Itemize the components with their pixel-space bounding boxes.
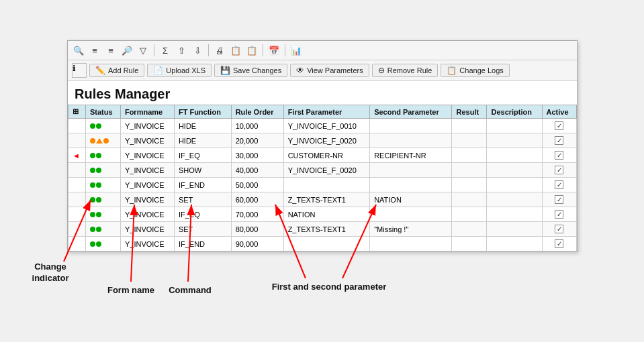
col-active[interactable]: Active — [542, 105, 576, 119]
row-description — [487, 237, 542, 251]
row-first-param: Y_INVOICE_F_0010 — [283, 119, 369, 133]
tb-icon-search[interactable]: 🔍 — [72, 44, 85, 57]
tb-icon-filter[interactable]: ▽ — [136, 44, 150, 57]
tb-icon-chart[interactable]: 📊 — [289, 44, 303, 57]
col-description[interactable]: Description — [487, 105, 542, 119]
tb-icon-copy[interactable]: 📋 — [229, 44, 242, 57]
add-rule-button[interactable]: ✏️ Add Rule — [89, 64, 144, 77]
annotation-first-second-param: First and second parameter — [255, 282, 403, 293]
table-row[interactable]: Y_INVOICEIF_END50,000 — [68, 178, 577, 192]
table-header: ⊞ Status Formname FT Function Rule Order… — [68, 105, 577, 119]
row-rule-order: 80,000 — [231, 222, 283, 237]
row-second-param: RECIPIENT-NR — [370, 148, 452, 163]
row-result — [452, 222, 487, 237]
view-parameters-button[interactable]: 👁 View Parameters — [290, 64, 369, 77]
tb-icon-info[interactable]: ℹ — [72, 63, 87, 78]
change-logs-button[interactable]: 📋 Change Logs — [441, 64, 509, 77]
remove-rule-label: Remove Rule — [387, 66, 432, 74]
row-active[interactable] — [542, 192, 576, 207]
sep2 — [208, 44, 209, 56]
row-ft-function: SET — [174, 222, 231, 237]
row-status — [85, 148, 120, 163]
view-params-label: View Parameters — [307, 66, 363, 74]
tb-icon-sigma[interactable]: Σ — [158, 44, 172, 57]
tb-icon-sort-desc[interactable]: ⇩ — [191, 44, 204, 57]
row-status — [85, 192, 120, 207]
row-status — [85, 133, 120, 148]
row-rule-order: 70,000 — [231, 207, 283, 222]
row-result — [452, 148, 487, 163]
tb-icon-sort-asc[interactable]: ⇧ — [175, 44, 188, 57]
table-body: Y_INVOICEHIDE10,000Y_INVOICE_F_0010Y_INV… — [68, 119, 577, 251]
row-formname: Y_INVOICE — [120, 192, 174, 207]
tb-icon-calendar[interactable]: 📅 — [267, 44, 281, 57]
row-active[interactable] — [542, 178, 576, 192]
col-first-param[interactable]: First Parameter — [283, 105, 369, 119]
row-active[interactable] — [542, 222, 576, 237]
row-change-marker — [68, 163, 86, 178]
row-status — [85, 237, 120, 251]
row-status — [85, 163, 120, 178]
col-rule-order[interactable]: Rule Order — [231, 105, 283, 119]
upload-xls-button[interactable]: 📄 Upload XLS — [147, 64, 212, 77]
col-ft-function[interactable]: FT Function — [174, 105, 231, 119]
remove-rule-button[interactable]: ⊖ Remove Rule — [372, 64, 439, 77]
tb-icon-list[interactable]: ≡ — [88, 44, 101, 57]
row-status — [85, 222, 120, 237]
row-active[interactable] — [542, 133, 576, 148]
save-changes-button[interactable]: 💾 Save Changes — [214, 64, 287, 77]
table-row[interactable]: ◄Y_INVOICEIF_EQ30,000CUSTOMER-NRRECIPIEN… — [68, 148, 577, 163]
row-formname: Y_INVOICE — [120, 119, 174, 133]
row-result — [452, 192, 487, 207]
table-row[interactable]: Y_INVOICESHOW40,000Y_INVOICE_F_0020 — [68, 163, 577, 178]
col-result[interactable]: Result — [452, 105, 487, 119]
table-row[interactable]: Y_INVOICESET80,000Z_TEXTS-TEXT1"Missing … — [68, 222, 577, 237]
row-status — [85, 207, 120, 222]
row-active[interactable] — [542, 237, 576, 251]
add-rule-icon: ✏️ — [95, 66, 105, 75]
title-row: Rules Manager — [68, 81, 577, 105]
row-ft-function: HIDE — [174, 133, 231, 148]
annotation-change-indicator: Changeindicator — [20, 262, 81, 284]
view-params-icon: 👁 — [296, 66, 304, 75]
col-formname[interactable]: Formname — [120, 105, 174, 119]
row-description — [487, 148, 542, 163]
table-row[interactable]: Y_INVOICEIF_END90,000 — [68, 237, 577, 251]
row-rule-order: 30,000 — [231, 148, 283, 163]
row-active[interactable] — [542, 148, 576, 163]
row-first-param: Z_TEXTS-TEXT1 — [283, 192, 369, 207]
table-row[interactable]: Y_INVOICEIF_EQ70,000NATION — [68, 207, 577, 222]
sep1 — [154, 44, 154, 56]
tb-icon-find[interactable]: 🔎 — [120, 44, 134, 57]
row-change-marker — [68, 178, 86, 192]
row-change-marker — [68, 133, 86, 148]
table-row[interactable]: Y_INVOICEHIDE10,000Y_INVOICE_F_0010 — [68, 119, 577, 133]
main-window: 🔍 ≡ ≡ 🔎 ▽ Σ ⇧ ⇩ 🖨 📋 📋 📅 📊 ℹ ✏️ Add Rule … — [67, 40, 578, 252]
row-first-param — [283, 237, 369, 251]
col-status[interactable]: Status — [85, 105, 120, 119]
table-container: ⊞ Status Formname FT Function Rule Order… — [68, 105, 577, 251]
row-second-param — [370, 119, 452, 133]
row-result — [452, 207, 487, 222]
table-row[interactable]: Y_INVOICEHIDE20,000Y_INVOICE_F_0020 — [68, 133, 577, 148]
toolbar2: ℹ ✏️ Add Rule 📄 Upload XLS 💾 Save Change… — [68, 60, 577, 81]
row-active[interactable] — [542, 163, 576, 178]
table-row[interactable]: Y_INVOICESET60,000Z_TEXTS-TEXT1NATION — [68, 192, 577, 207]
sep4 — [285, 44, 285, 56]
row-active[interactable] — [542, 207, 576, 222]
tb-icon-print[interactable]: 🖨 — [213, 44, 226, 57]
tb-icon-list2[interactable]: ≡ — [104, 44, 118, 57]
row-formname: Y_INVOICE — [120, 207, 174, 222]
row-ft-function: SET — [174, 192, 231, 207]
row-second-param: "Missing !" — [370, 222, 452, 237]
row-rule-order: 10,000 — [231, 119, 283, 133]
row-ft-function: IF_EQ — [174, 207, 231, 222]
sep3 — [263, 44, 263, 56]
col-second-param[interactable]: Second Parameter — [370, 105, 452, 119]
col-marker: ⊞ — [68, 105, 86, 119]
row-first-param: Z_TEXTS-TEXT1 — [283, 222, 369, 237]
row-active[interactable] — [542, 119, 576, 133]
upload-xls-label: Upload XLS — [166, 66, 205, 74]
row-second-param — [370, 237, 452, 251]
tb-icon-paste[interactable]: 📋 — [245, 44, 259, 57]
